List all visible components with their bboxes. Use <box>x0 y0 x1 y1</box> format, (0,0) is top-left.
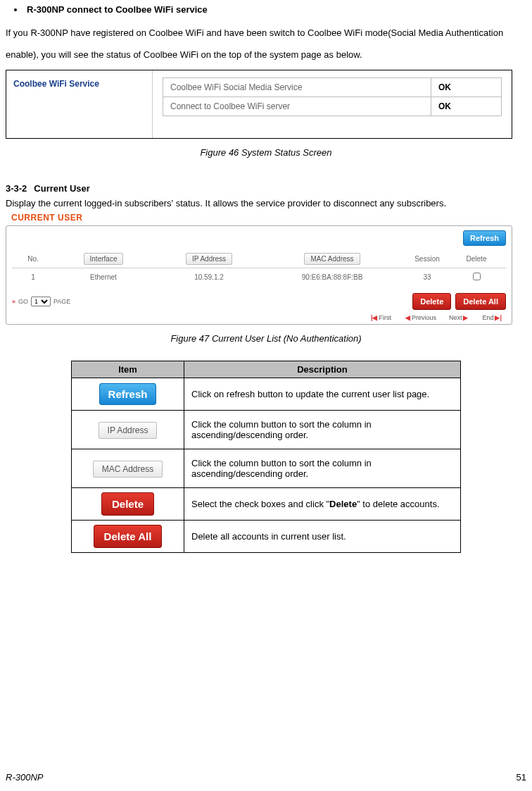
bullet-title: R-300NP connect to Coolbee WiFi service <box>27 4 208 15</box>
status-row: Connect to Coolbee WiFi server OK <box>163 97 502 116</box>
description-table: Item Description Refresh Click on refres… <box>71 361 461 553</box>
col-no: No. <box>12 255 54 263</box>
pager-next[interactable]: Next▶ <box>449 314 470 321</box>
desc-row: Refresh Click on refresh button to updat… <box>72 378 461 411</box>
current-user-header: No. Interface IP Address MAC Address Ses… <box>12 253 506 268</box>
desc-header-desc: Description <box>184 361 461 378</box>
go-arrow-icon: » <box>12 298 15 305</box>
desc-item-cell: Refresh <box>72 378 184 411</box>
page-footer: R-300NP 51 <box>6 772 526 783</box>
col-interface: Interface <box>54 253 153 265</box>
section-number: 3-3-2 <box>6 183 27 194</box>
cell-mac: 90:E6:BA:88:8F:BB <box>265 273 399 281</box>
desc-row: MAC Address Click the column button to s… <box>72 449 461 488</box>
cell-session: 33 <box>399 273 455 281</box>
col-session: Session <box>399 255 455 263</box>
desc-row: Delete Select the check boxes and click … <box>72 488 461 521</box>
desc-text: Click on refresh button to update the cu… <box>184 378 461 411</box>
next-arrow-icon: ▶ <box>463 314 468 321</box>
desc-row: IP Address Click the column button to so… <box>72 411 461 449</box>
delete-all-button-graphic: Delete All <box>94 525 163 548</box>
desc-item-cell: MAC Address <box>72 449 184 488</box>
footer-model: R-300NP <box>6 772 43 783</box>
bullet-icon <box>14 8 17 11</box>
refresh-button[interactable]: Refresh <box>463 230 506 246</box>
pager: |◀First ◀Previous Next▶ End▶| <box>12 314 506 321</box>
section-paragraph: Display the current logged-in subscriber… <box>6 197 526 211</box>
page-label: PAGE <box>53 298 70 305</box>
section-heading: 3-3-2 Current User <box>6 183 526 197</box>
go-label: GO <box>18 298 28 305</box>
ip-button-graphic: IP Address <box>99 422 158 439</box>
interface-sort-button[interactable]: Interface <box>84 253 124 265</box>
pager-end[interactable]: End▶| <box>482 314 503 321</box>
cell-interface: Ethernet <box>54 273 153 281</box>
prev-arrow-icon: ◀ <box>405 314 410 321</box>
desc-item-cell: IP Address <box>72 411 184 449</box>
figure47-caption: Figure 47 Current User List (No Authenti… <box>6 333 526 344</box>
desc-text: Delete all accounts in current user list… <box>184 521 461 553</box>
table-row: 1 Ethernet 10.59.1.2 90:E6:BA:88:8F:BB 3… <box>12 268 506 286</box>
delete-checkbox[interactable] <box>473 273 481 280</box>
delete-button-graphic: Delete <box>101 492 154 516</box>
cell-no: 1 <box>12 273 54 281</box>
status-cell-label: Coolbee WiFi Social Media Service <box>163 78 431 97</box>
desc-item-cell: Delete <box>72 488 184 521</box>
refresh-button-graphic: Refresh <box>99 383 157 405</box>
status-right-panel: Coolbee WiFi Social Media Service OK Con… <box>153 70 512 138</box>
status-cell-value: OK <box>431 97 502 116</box>
footer-page-num: 51 <box>517 772 526 783</box>
delete-all-button[interactable]: Delete All <box>455 293 506 310</box>
go-area: » GO 1 PAGE <box>12 297 70 306</box>
page-select[interactable]: 1 <box>31 297 51 306</box>
section-title: Current User <box>34 183 89 194</box>
col-ip: IP Address <box>153 253 265 265</box>
status-left-label: Coolbee WiFi Service <box>6 70 153 138</box>
button-group: Delete Delete All <box>412 293 506 310</box>
cell-delete-checkbox <box>455 273 498 282</box>
intro-paragraph: If you R-300NP have registered on Coolbe… <box>6 22 526 66</box>
col-delete: Delete <box>455 255 498 263</box>
current-user-title: CURRENT USER <box>11 213 526 223</box>
desc-text: Select the check boxes and click "Delete… <box>184 488 461 521</box>
delete-button[interactable]: Delete <box>412 293 451 310</box>
cell-ip: 10.59.1.2 <box>153 273 265 281</box>
status-screenshot: Coolbee WiFi Service Coolbee WiFi Social… <box>6 70 512 139</box>
status-cell-label: Connect to Coolbee WiFi server <box>163 97 431 116</box>
mac-button-graphic: MAC Address <box>93 461 163 478</box>
status-cell-value: OK <box>431 78 502 97</box>
status-table: Coolbee WiFi Social Media Service OK Con… <box>163 77 502 116</box>
pager-prev[interactable]: ◀Previous <box>404 314 436 321</box>
desc-text: Click the column button to sort the colu… <box>184 411 461 449</box>
desc-text: Click the column button to sort the colu… <box>184 449 461 488</box>
mac-sort-button[interactable]: MAC Address <box>304 253 360 265</box>
status-row: Coolbee WiFi Social Media Service OK <box>163 78 502 97</box>
desc-header-row: Item Description <box>72 361 461 378</box>
desc-header-item: Item <box>72 361 184 378</box>
end-arrow-icon: ▶| <box>495 314 502 321</box>
col-mac: MAC Address <box>265 253 399 265</box>
current-user-topbar: Refresh <box>12 230 506 246</box>
bullet-heading: R-300NP connect to Coolbee WiFi service <box>14 4 526 15</box>
current-user-footer: » GO 1 PAGE Delete Delete All <box>12 293 506 310</box>
ip-sort-button[interactable]: IP Address <box>186 253 232 265</box>
desc-item-cell: Delete All <box>72 521 184 553</box>
desc-row: Delete All Delete all accounts in curren… <box>72 521 461 553</box>
current-user-panel: Refresh No. Interface IP Address MAC Add… <box>6 225 512 325</box>
first-arrow-icon: |◀ <box>371 314 378 321</box>
figure46-caption: Figure 46 System Status Screen <box>6 147 526 158</box>
pager-first[interactable]: |◀First <box>369 314 391 321</box>
